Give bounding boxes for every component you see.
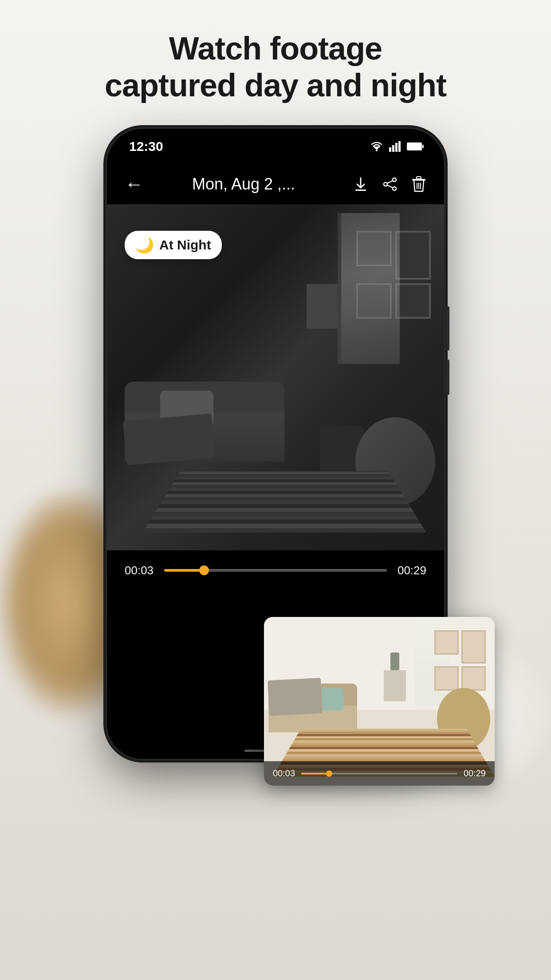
day-frames <box>434 630 486 691</box>
video-controls: 00:03 00:29 <box>107 550 444 590</box>
download-icon[interactable] <box>353 176 369 192</box>
day-progress-thumb[interactable] <box>326 771 332 777</box>
day-blanket <box>268 678 323 716</box>
day-frame-4 <box>461 666 486 691</box>
header-title: Mon, Aug 2 ,... <box>152 175 335 194</box>
day-side-table <box>384 670 406 701</box>
day-frame-2 <box>461 630 486 664</box>
svg-line-11 <box>387 185 393 188</box>
moon-icon: 🌙 <box>135 236 154 254</box>
day-frame-1 <box>434 630 459 655</box>
phone: 12:30 <box>107 129 444 821</box>
day-frame-3 <box>434 666 459 691</box>
svg-rect-2 <box>389 147 391 152</box>
day-thumbnail[interactable]: 00:03 00:29 <box>264 617 495 786</box>
share-icon[interactable] <box>382 176 398 192</box>
video-player[interactable]: 🌙 At Night <box>107 204 444 550</box>
svg-point-9 <box>393 187 396 190</box>
page-title: Watch footage captured day and night <box>0 30 551 104</box>
day-time-end: 00:29 <box>464 768 486 778</box>
svg-point-1 <box>376 150 378 151</box>
svg-point-8 <box>384 182 387 186</box>
day-progress-bar[interactable] <box>301 773 457 775</box>
day-time-start: 00:03 <box>273 768 295 778</box>
wifi-icon <box>370 141 384 152</box>
video-time-start: 00:03 <box>125 564 153 577</box>
signal-icon <box>389 141 401 152</box>
svg-line-10 <box>387 181 393 183</box>
app-header: ← Mon, Aug 2 ,... <box>107 164 444 204</box>
at-night-badge: 🌙 At Night <box>125 231 222 259</box>
power-button[interactable] <box>446 306 449 351</box>
window-frame <box>338 213 341 364</box>
header-actions <box>353 176 426 192</box>
status-icons <box>370 141 422 152</box>
status-time: 12:30 <box>129 139 163 154</box>
frame-2 <box>395 231 431 280</box>
svg-rect-5 <box>398 141 401 152</box>
delete-icon[interactable] <box>411 176 426 192</box>
day-vase <box>390 652 399 670</box>
svg-rect-4 <box>395 143 398 152</box>
day-progress-fill <box>301 773 329 775</box>
day-video-content: 00:03 00:29 <box>264 617 495 786</box>
battery-icon <box>407 142 422 150</box>
status-bar: 12:30 <box>107 129 444 164</box>
svg-marker-0 <box>373 146 380 150</box>
video-time-end: 00:29 <box>398 564 426 577</box>
frame-4 <box>395 283 431 319</box>
back-button[interactable]: ← <box>125 174 143 195</box>
volume-button[interactable] <box>446 360 449 395</box>
sofa <box>125 382 284 462</box>
svg-point-7 <box>393 178 396 182</box>
svg-rect-13 <box>417 177 421 179</box>
at-night-label: At Night <box>159 237 211 253</box>
window <box>338 213 400 364</box>
blanket <box>123 413 215 465</box>
day-sofa <box>268 684 357 732</box>
day-video-controls: 00:03 00:29 <box>264 761 495 786</box>
progress-bar[interactable] <box>164 569 387 572</box>
rug <box>142 471 426 533</box>
progress-thumb[interactable] <box>199 565 209 575</box>
svg-rect-6 <box>355 190 366 191</box>
progress-fill <box>164 569 204 572</box>
svg-rect-3 <box>392 145 394 152</box>
side-table <box>307 284 338 328</box>
